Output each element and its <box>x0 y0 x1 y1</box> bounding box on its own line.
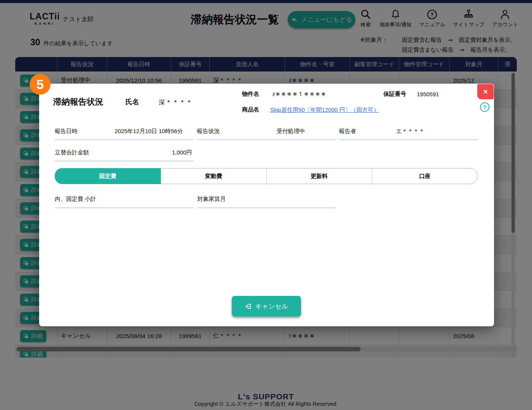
field-status: 報告状況 受付処理中 <box>197 123 336 140</box>
field-fixed-subtotal: 内、固定費 小計 <box>55 192 194 208</box>
modal-fields: 報告日時 2025年12月10日 10時56分 報告状況 受付処理中 報告者 エ… <box>55 123 478 161</box>
field-total-amount: 立替合計金額 1,000円 <box>55 144 193 161</box>
exit-arrow-icon <box>245 303 252 310</box>
property-name-value: ﾒ＊＊＊＊１＊＊＊＊ <box>272 91 326 97</box>
page: LACTii KANRI テスト太郎 滞納報告状況一覧 メニューにもどる 検索 … <box>0 0 532 410</box>
product-name-label: 商品名 <box>242 106 259 113</box>
cancel-button[interactable]: キャンセル <box>232 296 301 316</box>
modal-title: 滞納報告状況 <box>53 96 103 108</box>
field-reported-at: 報告日時 2025年12月10日 10時56分 <box>55 123 193 140</box>
step-badge: 5 <box>30 74 51 95</box>
product-link[interactable]: Skip居住用50〔年間12000 円〕（両方可） <box>270 106 379 114</box>
guarantee-no-value: 1950591 <box>417 91 439 97</box>
modal-tabs: 固定費 変動費 更新料 口座 <box>55 168 478 184</box>
delinquency-report-modal: × ? 滞納報告状況 氏名 深＊＊＊＊ 物件名 ﾒ＊＊＊＊１＊＊＊＊ 保証番号 … <box>39 84 494 326</box>
tab-variable-cost[interactable]: 変動費 <box>161 168 266 184</box>
close-button[interactable]: × <box>477 84 494 99</box>
field-reporter: 報告者 エ＊＊＊＊ <box>339 123 478 140</box>
property-name-label: 物件名 <box>242 91 259 98</box>
tab-bank-account[interactable]: 口座 <box>372 168 477 184</box>
tab-renewal-fee[interactable]: 更新料 <box>266 168 372 184</box>
guarantee-no-label: 保証番号 <box>383 91 406 98</box>
name-value: 深＊＊＊＊ <box>159 99 193 106</box>
tab-fixed-cost[interactable]: 固定費 <box>55 168 161 184</box>
field-target-rent-month: 対象家賃月 <box>197 192 336 208</box>
name-label: 氏名 <box>125 97 139 106</box>
help-icon[interactable]: ? <box>480 102 489 112</box>
cancel-label: キャンセル <box>255 302 288 311</box>
tab-panel-fields: 内、固定費 小計 対象家賃月 <box>55 192 336 208</box>
